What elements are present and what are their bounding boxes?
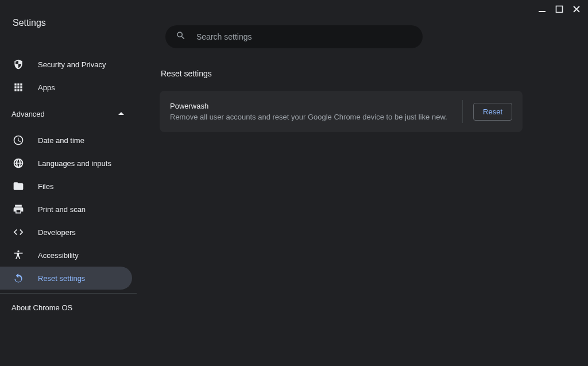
sidebar-item-label: Reset settings <box>38 274 85 283</box>
clock-icon <box>13 134 24 146</box>
sidebar-item-label: Security and Privacy <box>38 60 106 69</box>
globe-icon <box>13 157 24 169</box>
sidebar-item-label: Print and scan <box>38 205 86 214</box>
close-button[interactable] <box>572 5 581 14</box>
content-area: Reset settings Powerwash Remove all user… <box>137 49 588 364</box>
sidebar-item-print[interactable]: Print and scan <box>0 198 137 221</box>
powerwash-card: Powerwash Remove all user accounts and r… <box>160 91 523 132</box>
sidebar-item-accessibility[interactable]: Accessibility <box>0 244 137 267</box>
apps-icon <box>13 82 24 93</box>
maximize-button[interactable] <box>555 5 564 14</box>
chevron-up-icon <box>118 110 124 118</box>
accessibility-icon <box>13 249 24 261</box>
search-icon <box>176 30 186 43</box>
sidebar-item-label: Accessibility <box>38 251 79 260</box>
code-icon <box>13 226 24 238</box>
shield-icon <box>13 59 24 70</box>
sidebar-item-apps[interactable]: Apps <box>0 76 137 99</box>
sidebar-item-developers[interactable]: Developers <box>0 221 137 244</box>
page-title: Settings <box>13 18 46 28</box>
folder-icon <box>13 180 24 192</box>
reset-button[interactable]: Reset <box>473 103 512 121</box>
sidebar-item-label: Apps <box>38 83 55 92</box>
sidebar-item-reset[interactable]: Reset settings <box>0 267 132 290</box>
card-title: Powerwash <box>170 102 447 110</box>
search-input[interactable] <box>196 32 412 41</box>
sidebar-item-files[interactable]: Files <box>0 175 137 198</box>
sidebar-item-label: Date and time <box>38 136 84 145</box>
sidebar-item-datetime[interactable]: Date and time <box>0 129 137 152</box>
window-controls <box>537 5 581 14</box>
reset-icon <box>13 272 24 284</box>
card-subtitle: Remove all user accounts and reset your … <box>170 113 447 121</box>
sidebar-item-about[interactable]: About Chrome OS <box>0 296 137 319</box>
minimize-button[interactable] <box>537 5 547 14</box>
advanced-label: Advanced <box>11 110 45 118</box>
sidebar-advanced-toggle[interactable]: Advanced <box>0 102 137 125</box>
section-title: Reset settings <box>160 69 556 78</box>
sidebar-item-label: Languages and inputs <box>38 159 111 168</box>
svg-rect-0 <box>556 6 563 13</box>
search-bar[interactable] <box>165 25 423 48</box>
separator <box>0 293 137 294</box>
printer-icon <box>13 203 24 215</box>
sidebar-item-label: Files <box>38 182 53 191</box>
sidebar: Security and Privacy Apps Advanced Date … <box>0 49 137 364</box>
sidebar-item-label: About Chrome OS <box>11 303 72 312</box>
sidebar-item-languages[interactable]: Languages and inputs <box>0 152 137 175</box>
sidebar-item-security[interactable]: Security and Privacy <box>0 53 137 76</box>
sidebar-item-label: Developers <box>38 228 76 237</box>
